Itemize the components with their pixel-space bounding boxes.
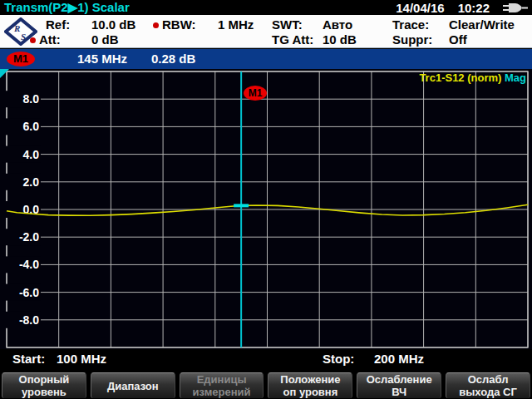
settings-header: R S Ref: 10.0 dB RBW: 1 MHz SWT: Авто Tr…	[0, 15, 532, 48]
svg-text:-2.0: -2.0	[19, 230, 39, 244]
softkey-reference-level[interactable]: Опорныйуровень	[2, 372, 86, 398]
att-change-indicator-icon	[30, 37, 36, 43]
marker-readout-bar: M1 145 MHz 0.28 dB	[0, 49, 532, 69]
marker-badge: M1	[7, 52, 35, 66]
ac-power-icon	[503, 2, 528, 13]
time-display: 10:22	[458, 1, 490, 15]
instrument-screen: Transm(P2▶1) Scalar 14/04/16 10:22 R S R…	[0, 0, 532, 399]
swt-value: Авто	[323, 17, 352, 32]
suppr-label: Suppr:	[392, 32, 432, 47]
trace-mode-value: Clear/Write	[449, 17, 515, 32]
softkey-range[interactable]: Диапазон	[91, 372, 175, 398]
svg-text:-4.0: -4.0	[19, 258, 39, 271]
svg-text:4.0: 4.0	[23, 148, 40, 161]
trace-plot: 8.06.04.02.00.0-2.0-4.0-6.0-8.0	[0, 69, 532, 349]
svg-text:6.0: 6.0	[23, 120, 40, 133]
svg-text:2.0: 2.0	[23, 175, 40, 189]
svg-text:S: S	[21, 32, 26, 42]
frequency-range-bar: Start: 100 MHz Stop: 200 MHz	[0, 349, 532, 371]
svg-text:-6.0: -6.0	[19, 286, 39, 299]
svg-text:R: R	[13, 23, 20, 33]
rbw-label: RBW:	[162, 17, 196, 32]
ref-label: Ref:	[46, 17, 70, 32]
tg-att-value: 10 dB	[323, 32, 357, 47]
softkey-ref-position[interactable]: Положениеоп уровня	[268, 372, 352, 398]
marker-level: 0.28 dB	[151, 52, 195, 66]
title-bar: Transm(P2▶1) Scalar 14/04/16 10:22	[0, 0, 532, 15]
stop-label: Stop:	[323, 352, 354, 366]
rbw-value: 1 MHz	[218, 17, 254, 32]
att-value: 0 dB	[91, 32, 119, 47]
rbw-change-indicator-icon	[153, 22, 159, 28]
stop-value: 200 MHz	[374, 352, 424, 366]
att-label: Att:	[39, 32, 61, 47]
softkey-tg-output-attenuation[interactable]: Ослаблвыхода СГ	[446, 372, 530, 398]
trace-name: Trc1-S12 (norm)	[419, 71, 501, 84]
trace-mode: Mag	[505, 71, 526, 84]
swt-label: SWT:	[272, 17, 303, 32]
ref-level-indicator-icon	[0, 69, 9, 78]
date-display: 14/04/16	[396, 1, 444, 15]
marker-flag[interactable]: M1	[244, 86, 267, 101]
start-value: 100 MHz	[57, 352, 106, 366]
start-label: Start:	[12, 352, 45, 366]
softkey-units[interactable]: Единицыизмерений	[180, 372, 264, 398]
trace-info-label: Trc1-S12 (norm) Mag	[419, 71, 526, 84]
softkey-bar: Опорныйуровень Диапазон Единицыизмерений…	[0, 371, 532, 399]
suppr-value: Off	[449, 32, 467, 47]
mode-title: Transm(P2▶1) Scalar	[4, 0, 130, 15]
tg-att-label: TG Att:	[272, 32, 313, 47]
marker-frequency: 145 MHz	[77, 52, 127, 66]
trace-mode-label: Trace:	[392, 17, 429, 32]
softkey-rf-attenuation[interactable]: ОслаблениеВЧ	[357, 372, 441, 398]
svg-text:-8.0: -8.0	[19, 313, 39, 327]
measurement-diagram: 8.06.04.02.00.0-2.0-4.0-6.0-8.0 Trc1-S12…	[0, 69, 532, 349]
svg-text:8.0: 8.0	[23, 92, 40, 106]
ref-value: 10.0 dB	[91, 17, 135, 32]
